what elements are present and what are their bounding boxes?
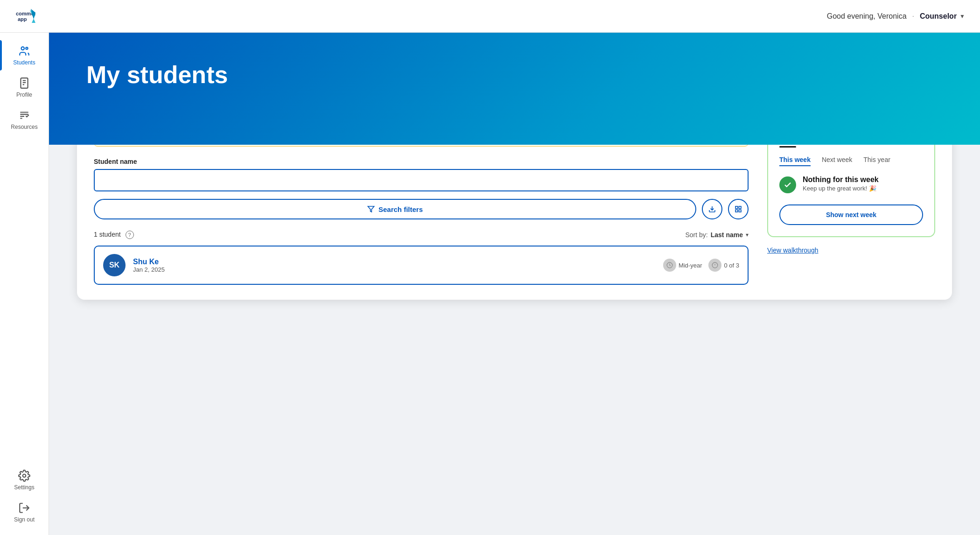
- resources-icon: [18, 109, 30, 121]
- top-navigation: common app Good evening, Veronica · Coun…: [0, 0, 980, 33]
- search-filters-button[interactable]: Search filters: [94, 199, 696, 219]
- chevron-down-icon: ▼: [959, 13, 965, 20]
- midyear-badge: Mid-year: [663, 259, 702, 272]
- svg-rect-15: [739, 206, 741, 209]
- todo-panel: This week's to-do list ? This week Next …: [767, 122, 935, 285]
- student-meta: Mid-year 0 of 3: [663, 259, 739, 272]
- todo-underline: [779, 146, 796, 148]
- sort-control[interactable]: Sort by: Last name ▾: [686, 231, 749, 239]
- action-row: Search filters: [94, 199, 749, 219]
- svg-rect-16: [735, 210, 738, 212]
- sidebar-item-profile[interactable]: Profile: [0, 72, 49, 103]
- sidebar: Students Profile Resources Settin: [0, 33, 49, 535]
- role-label: Counselor: [920, 12, 957, 21]
- separator: ·: [912, 12, 914, 21]
- svg-point-10: [23, 474, 26, 478]
- svg-marker-12: [368, 206, 374, 212]
- badge-dot-count: [708, 259, 721, 272]
- page-title: My students: [86, 61, 943, 89]
- signout-icon: [18, 502, 30, 514]
- content-area: My students ⚠️ Please complete your prof…: [49, 33, 980, 535]
- svg-rect-17: [739, 210, 741, 212]
- sidebar-item-settings[interactable]: Settings: [0, 465, 49, 495]
- student-info: Shu Ke Jan 2, 2025: [133, 258, 656, 273]
- todo-empty-state: Nothing for this week Keep up the great …: [779, 176, 923, 193]
- sidebar-item-resources[interactable]: Resources: [0, 105, 49, 135]
- todo-check-icon: [779, 176, 796, 193]
- svg-rect-14: [735, 206, 738, 209]
- student-date: Jan 2, 2025: [133, 266, 656, 273]
- checkmark-icon: [784, 181, 792, 189]
- todo-empty-sub: Keep up the great work! 🎉: [803, 185, 879, 192]
- badge-dot-midyear: [663, 259, 676, 272]
- tab-this-year[interactable]: This year: [863, 156, 890, 166]
- sidebar-item-students[interactable]: Students: [0, 40, 49, 70]
- tab-this-week[interactable]: This week: [779, 156, 811, 166]
- sidebar-item-label-signout: Sign out: [14, 516, 35, 523]
- logo[interactable]: common app: [15, 6, 35, 27]
- sidebar-item-label-settings: Settings: [14, 484, 34, 491]
- student-name-label: Student name: [94, 158, 749, 165]
- hero-banner: My students: [49, 33, 980, 145]
- student-card[interactable]: SK Shu Ke Jan 2, 2025: [94, 246, 749, 285]
- students-icon: [18, 45, 30, 57]
- svg-point-4: [21, 47, 25, 50]
- midyear-icon: [666, 262, 673, 268]
- student-name-input[interactable]: [94, 169, 749, 191]
- view-walkthrough-link[interactable]: View walkthrough: [767, 246, 818, 254]
- avatar: SK: [103, 254, 126, 276]
- download-icon: [708, 205, 716, 213]
- left-panel: ⚠️ Please complete your profile before s…: [94, 122, 749, 285]
- main-layout: Students Profile Resources Settin: [0, 33, 980, 535]
- grid-view-button[interactable]: [728, 199, 749, 219]
- greeting-text: Good evening, Veronica: [827, 12, 907, 21]
- count-help-icon[interactable]: ?: [126, 231, 134, 239]
- filter-icon: [367, 205, 375, 213]
- download-button[interactable]: [702, 199, 722, 219]
- role-button[interactable]: Counselor ▼: [920, 12, 965, 21]
- student-count: 1 student ?: [94, 231, 134, 239]
- sidebar-item-label-resources: Resources: [11, 124, 37, 130]
- show-next-week-button[interactable]: Show next week: [779, 204, 923, 225]
- sidebar-item-label-students: Students: [13, 59, 35, 66]
- svg-point-5: [26, 47, 28, 49]
- todo-empty-main: Nothing for this week: [803, 176, 879, 184]
- count-badge: 0 of 3: [708, 259, 739, 272]
- sidebar-item-signout[interactable]: Sign out: [0, 497, 49, 528]
- student-name: Shu Ke: [133, 258, 656, 266]
- grid-icon: [735, 205, 742, 213]
- count-icon: [712, 262, 718, 268]
- svg-text:app: app: [18, 16, 27, 22]
- count-sort-row: 1 student ? Sort by: Last name ▾: [94, 231, 749, 239]
- todo-tabs: This week Next week This year: [779, 156, 923, 166]
- profile-icon: [18, 77, 30, 89]
- logo-icon: common app: [15, 6, 35, 27]
- topnav-right: Good evening, Veronica · Counselor ▼: [827, 12, 965, 21]
- sidebar-item-label-profile: Profile: [16, 92, 32, 98]
- sort-chevron-icon: ▾: [746, 232, 749, 238]
- tab-next-week[interactable]: Next week: [822, 156, 852, 166]
- todo-empty-text: Nothing for this week Keep up the great …: [803, 176, 879, 192]
- settings-icon: [18, 470, 30, 482]
